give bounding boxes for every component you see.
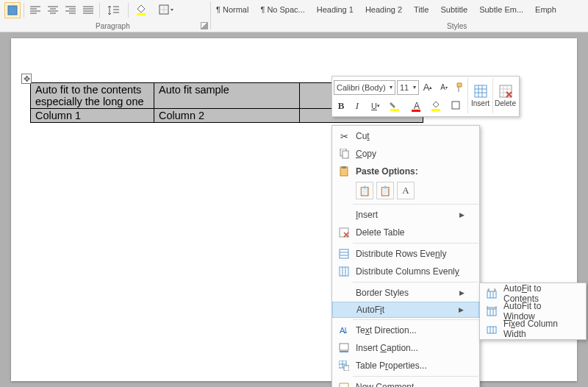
style-subtle-emphasis[interactable]: Subtle Em... bbox=[473, 2, 529, 17]
shading-mini-button[interactable] bbox=[428, 99, 447, 113]
svg-rect-17 bbox=[340, 344, 348, 350]
font-family-combo[interactable]: Calibri (Body)▾ bbox=[334, 80, 395, 95]
svg-rect-1 bbox=[137, 13, 146, 15]
menu-insert-caption[interactable]: Insert Caption... bbox=[332, 339, 479, 357]
line-spacing-button[interactable] bbox=[103, 2, 125, 18]
style-heading1[interactable]: Heading 1 bbox=[311, 2, 359, 17]
bold-button[interactable]: B bbox=[334, 99, 348, 113]
menu-border-styles[interactable]: Border Styles▶ bbox=[332, 284, 479, 302]
align-left-button[interactable] bbox=[27, 2, 43, 18]
menu-insert[interactable]: Insert▶ bbox=[332, 206, 479, 224]
menu-table-properties[interactable]: Table Properties... bbox=[332, 357, 479, 374]
table-cell[interactable]: Auto fit sample bbox=[154, 83, 300, 109]
svg-rect-14 bbox=[340, 249, 348, 258]
ribbon: Paragraph ¶ Normal ¶ No Spac... Heading … bbox=[0, 0, 588, 32]
style-normal[interactable]: ¶ Normal bbox=[210, 2, 254, 17]
font-size-value: 11 bbox=[400, 83, 409, 92]
autofit-submenu: AutoFit to Contents AutoFit to Window Fi… bbox=[479, 283, 587, 340]
separator bbox=[99, 3, 100, 18]
insert-label: Insert bbox=[471, 99, 490, 107]
italic-button[interactable]: I bbox=[350, 99, 365, 113]
font-color-button[interactable]: A bbox=[407, 99, 426, 113]
submenu-arrow-icon: ▶ bbox=[459, 211, 465, 219]
menu-separator bbox=[353, 319, 478, 320]
menu-copy[interactable]: Copy bbox=[332, 145, 479, 163]
format-painter-icon bbox=[455, 82, 465, 93]
menu-separator bbox=[353, 376, 478, 377]
styles-group-label: Styles bbox=[447, 22, 467, 30]
shrink-font-button[interactable]: A▾ bbox=[437, 80, 451, 95]
font-family-value: Calibri (Body) bbox=[337, 83, 386, 92]
autofit-window-icon bbox=[484, 306, 499, 316]
caption-icon bbox=[337, 343, 351, 353]
svg-rect-3 bbox=[390, 109, 399, 111]
justify-icon bbox=[83, 6, 93, 15]
borders-mini-icon bbox=[451, 101, 465, 111]
autofit-contents-icon bbox=[484, 288, 499, 299]
menu-new-comment[interactable]: New Comment bbox=[332, 378, 479, 387]
menu-distribute-cols[interactable]: Distribute Columns Evenly bbox=[332, 263, 479, 280]
table-move-handle[interactable]: ✥ bbox=[21, 74, 32, 84]
style-subtitle[interactable]: Subtitle bbox=[434, 2, 473, 17]
copy-icon bbox=[337, 149, 351, 159]
menu-distribute-rows[interactable]: Distribute Rows Evenly bbox=[332, 245, 479, 263]
font-color-swatch bbox=[412, 110, 422, 112]
justify-button[interactable] bbox=[80, 2, 96, 18]
shading-button[interactable] bbox=[4, 2, 21, 18]
highlight-button[interactable] bbox=[387, 99, 406, 113]
fill-color-button[interactable] bbox=[132, 2, 154, 18]
fill-bucket-icon bbox=[135, 4, 150, 16]
svg-rect-0 bbox=[8, 6, 17, 15]
svg-rect-5 bbox=[431, 109, 440, 111]
borders-button[interactable] bbox=[155, 2, 177, 18]
line-spacing-icon bbox=[108, 5, 120, 15]
submenu-arrow-icon: ▶ bbox=[459, 306, 464, 313]
borders-mini-button[interactable] bbox=[448, 99, 467, 113]
paragraph-dialog-launcher[interactable] bbox=[201, 22, 208, 29]
svg-rect-7 bbox=[475, 85, 487, 97]
menu-paste-options: Paste Options: bbox=[332, 163, 479, 180]
align-right-button[interactable] bbox=[62, 2, 79, 18]
menu-delete-table[interactable]: Delete Table bbox=[332, 224, 479, 241]
insert-button[interactable]: Insert bbox=[467, 78, 492, 113]
menu-cut[interactable]: ✂Cut bbox=[332, 127, 479, 145]
menu-separator bbox=[353, 282, 478, 283]
table-cell[interactable]: Auto fit to the contents especially the … bbox=[31, 83, 154, 109]
submenu-fixed-width[interactable]: Fixed Column Width bbox=[480, 320, 586, 338]
style-heading2[interactable]: Heading 2 bbox=[359, 2, 408, 17]
grow-font-button[interactable]: A▴ bbox=[420, 80, 435, 95]
svg-rect-23 bbox=[487, 327, 496, 333]
svg-rect-18 bbox=[340, 351, 348, 352]
svg-rect-12 bbox=[342, 166, 346, 168]
insert-table-icon bbox=[474, 85, 487, 98]
style-title[interactable]: Title bbox=[408, 2, 434, 17]
submenu-autofit-window[interactable]: AutoFit to Window bbox=[480, 302, 586, 320]
menu-text-direction[interactable]: AText Direction... bbox=[332, 322, 479, 339]
paste-merge[interactable]: 📋 bbox=[376, 182, 394, 199]
svg-text:A: A bbox=[340, 326, 345, 335]
svg-rect-6 bbox=[452, 102, 459, 109]
svg-rect-20 bbox=[344, 366, 349, 371]
style-emphasis[interactable]: Emph bbox=[529, 2, 562, 17]
mini-toolbar: Calibri (Body)▾ 11▾ A▴ A▾ B I U▾ A Inser… bbox=[331, 76, 520, 117]
menu-autofit[interactable]: AutoFit▶ bbox=[332, 302, 479, 318]
styles-gallery: ¶ Normal ¶ No Spac... Heading 1 Heading … bbox=[210, 2, 562, 17]
paste-keep-source[interactable]: 📋 bbox=[356, 182, 373, 199]
font-size-combo[interactable]: 11▾ bbox=[397, 80, 419, 95]
delete-button[interactable]: Delete bbox=[492, 78, 517, 113]
bucket-icon bbox=[431, 101, 444, 111]
table-cell[interactable]: Column 1 bbox=[31, 109, 154, 123]
align-left-icon bbox=[30, 6, 40, 15]
underline-button[interactable]: U▾ bbox=[366, 99, 385, 113]
fixed-width-icon bbox=[484, 324, 499, 334]
style-no-spacing[interactable]: ¶ No Spac... bbox=[254, 2, 310, 17]
distribute-cols-icon bbox=[337, 266, 351, 277]
submenu-autofit-contents[interactable]: AutoFit to Contents bbox=[480, 285, 586, 302]
separator bbox=[128, 3, 129, 18]
table-cell[interactable]: Column 2 bbox=[154, 109, 300, 123]
menu-separator bbox=[353, 204, 478, 205]
paste-text-only[interactable]: A bbox=[397, 182, 415, 199]
format-painter-button[interactable] bbox=[453, 80, 467, 95]
align-center-button[interactable] bbox=[45, 2, 61, 18]
shading-icon bbox=[7, 5, 18, 15]
